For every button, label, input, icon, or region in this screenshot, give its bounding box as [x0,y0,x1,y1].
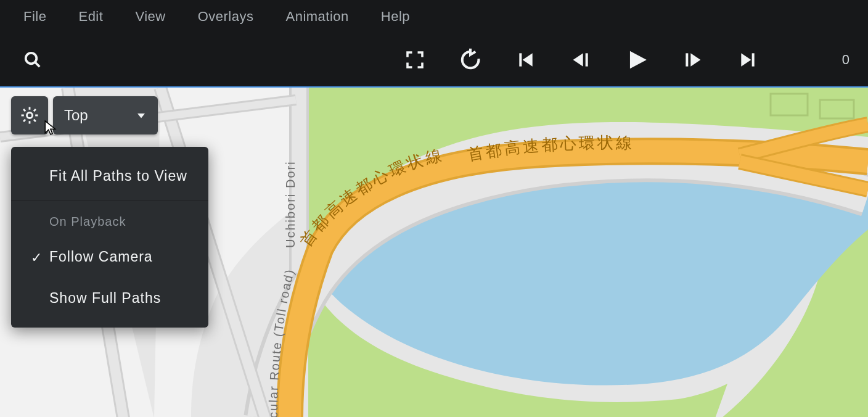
menu-animation[interactable]: Animation [285,9,348,25]
play-icon [625,48,649,72]
svg-marker-3 [523,53,533,66]
road-label-uchibori: Uchibori Dori [284,160,297,248]
svg-rect-2 [519,53,522,66]
viewport-settings-button[interactable] [11,96,48,134]
svg-rect-5 [586,53,588,66]
loop-button[interactable] [443,41,498,78]
viewport-settings-menu: Fit All Paths to View On Playback Follow… [11,147,208,328]
fullscreen-button[interactable] [387,41,443,78]
fullscreen-icon [404,49,426,71]
skip-end-button[interactable] [720,41,776,78]
skip-start-button[interactable] [498,41,554,78]
menu-show-full-paths[interactable]: Show Full Paths [11,278,208,319]
play-button[interactable] [609,41,665,78]
menu-file[interactable]: File [23,9,46,25]
svg-point-0 [26,53,37,64]
svg-marker-19 [137,114,145,118]
frame-number[interactable]: 0 [776,52,850,68]
menu-fit-all-paths[interactable]: Fit All Paths to View [11,155,208,197]
view-mode-label: Top [64,107,88,124]
map-viewport[interactable]: Uchibori Dori cular Route (Toll road) 首都… [0,86,868,417]
chevron-down-icon [136,110,147,121]
step-back-icon [571,50,591,70]
search-button[interactable] [23,51,42,69]
skip-end-icon [738,50,758,70]
playback-toolbar: 0 [0,33,868,86]
loop-icon [458,47,483,72]
svg-marker-4 [573,53,583,66]
svg-rect-10 [752,53,755,66]
skip-start-icon [516,50,536,70]
menubar: File Edit View Overlays Animation Help [0,0,868,33]
menu-overlays[interactable]: Overlays [198,9,254,25]
step-forward-button[interactable] [665,41,720,78]
menu-follow-camera[interactable]: Follow Camera [11,236,208,278]
search-icon [23,51,42,69]
svg-line-1 [35,62,40,67]
svg-point-18 [27,112,32,118]
step-forward-icon [682,50,702,70]
step-back-button[interactable] [554,41,609,78]
svg-text:Uchibori Dori: Uchibori Dori [284,160,297,248]
gear-icon [19,105,40,126]
menu-section-on-playback: On Playback [11,205,208,236]
svg-marker-8 [690,53,700,66]
menu-help[interactable]: Help [381,9,410,25]
svg-marker-9 [741,53,751,66]
svg-rect-7 [686,53,688,66]
view-mode-select[interactable]: Top [53,96,158,134]
menu-separator [11,200,208,201]
svg-marker-6 [630,51,647,69]
menu-view[interactable]: View [135,9,165,25]
menu-edit[interactable]: Edit [78,9,103,25]
